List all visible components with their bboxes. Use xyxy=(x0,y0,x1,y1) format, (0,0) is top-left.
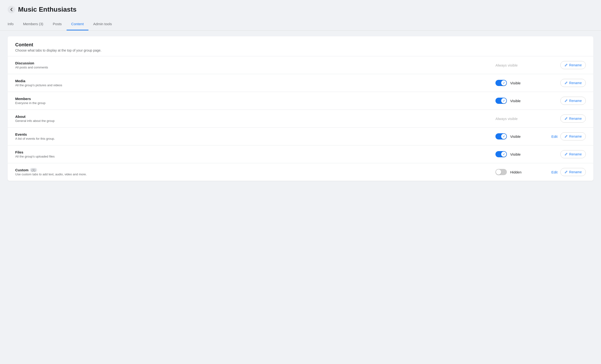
row-media-subtitle: All the group's pictures and videos xyxy=(15,83,495,87)
files-visible-label: Visible xyxy=(510,152,521,156)
tab-members[interactable]: Members (3) xyxy=(18,18,48,30)
row-discussion-title: Discussion xyxy=(15,61,495,65)
always-visible-label: Always visible xyxy=(495,63,518,67)
media-rename-button[interactable]: Rename xyxy=(560,79,586,87)
custom-rename-button[interactable]: Rename xyxy=(560,168,586,176)
events-rename-button[interactable]: Rename xyxy=(560,132,586,140)
row-discussion-info: Discussion All posts and comments xyxy=(15,61,495,69)
row-custom-actions: Edit Rename xyxy=(543,168,586,176)
row-about-subtitle: General info about the group xyxy=(15,119,495,123)
row-members: Members Everyone in the group ✓ Visible … xyxy=(8,92,593,110)
row-members-subtitle: Everyone in the group xyxy=(15,101,495,105)
row-about-status: Always visible xyxy=(495,117,543,121)
row-events-info: Events A list of events for this group. xyxy=(15,132,495,140)
media-visible-label: Visible xyxy=(510,81,521,85)
row-events: Events A list of events for this group. … xyxy=(8,128,593,145)
row-events-title: Events xyxy=(15,132,495,136)
tab-content[interactable]: Content xyxy=(67,18,89,30)
members-visible-label: Visible xyxy=(510,99,521,103)
tabs-bar: Info Members (3) Posts Content Admin too… xyxy=(0,18,601,31)
row-members-status: ✓ Visible xyxy=(495,98,543,104)
files-toggle[interactable]: ✓ xyxy=(495,151,507,157)
row-members-actions: Rename xyxy=(543,97,586,105)
custom-edit-button[interactable]: Edit xyxy=(551,170,558,174)
row-members-title: Members xyxy=(15,97,495,101)
custom-toggle-knob xyxy=(496,169,501,175)
row-custom-title: Custom (1) xyxy=(15,168,495,172)
custom-badge: (1) xyxy=(30,168,37,172)
events-edit-button[interactable]: Edit xyxy=(551,135,558,138)
page-title: Music Enthusiasts xyxy=(18,6,77,13)
row-media-info: Media All the group's pictures and video… xyxy=(15,79,495,87)
events-visible-label: Visible xyxy=(510,135,521,138)
card-subtitle: Choose what tabs to display at the top o… xyxy=(15,49,586,52)
back-button[interactable] xyxy=(8,6,15,13)
custom-hidden-label: Hidden xyxy=(510,170,521,174)
row-files-title: Files xyxy=(15,150,495,154)
row-discussion-subtitle: All posts and comments xyxy=(15,66,495,69)
row-discussion-status: Always visible xyxy=(495,63,543,67)
row-files: Files All the group's uploaded files ✓ V… xyxy=(8,145,593,163)
row-files-actions: Rename xyxy=(543,150,586,158)
row-discussion-actions: Rename xyxy=(543,61,586,69)
card-title: Content xyxy=(15,42,586,48)
row-about-actions: Rename xyxy=(543,115,586,123)
row-custom-status: Hidden xyxy=(495,169,543,175)
members-rename-button[interactable]: Rename xyxy=(560,97,586,105)
about-rename-button[interactable]: Rename xyxy=(560,115,586,123)
row-files-info: Files All the group's uploaded files xyxy=(15,150,495,158)
tab-admin-tools[interactable]: Admin tools xyxy=(89,18,117,30)
row-about-title: About xyxy=(15,115,495,118)
discussion-rename-button[interactable]: Rename xyxy=(560,61,586,69)
media-toggle-knob: ✓ xyxy=(501,80,506,86)
row-media-status: ✓ Visible xyxy=(495,80,543,86)
row-events-subtitle: A list of events for this group. xyxy=(15,137,495,140)
content-card: Content Choose what tabs to display at t… xyxy=(8,36,593,181)
row-about: About General info about the group Alway… xyxy=(8,110,593,128)
events-toggle-knob: ✓ xyxy=(501,134,506,139)
row-events-actions: Edit Rename xyxy=(543,132,586,140)
row-discussion: Discussion All posts and comments Always… xyxy=(8,56,593,74)
row-custom-subtitle: Use custom tabs to add text, audio, vide… xyxy=(15,173,495,176)
row-custom: Custom (1) Use custom tabs to add text, … xyxy=(8,163,593,181)
card-header: Content Choose what tabs to display at t… xyxy=(8,36,593,56)
media-toggle[interactable]: ✓ xyxy=(495,80,507,86)
row-about-info: About General info about the group xyxy=(15,115,495,123)
tab-posts[interactable]: Posts xyxy=(48,18,67,30)
row-files-status: ✓ Visible xyxy=(495,151,543,157)
row-media-actions: Rename xyxy=(543,79,586,87)
row-files-subtitle: All the group's uploaded files xyxy=(15,155,495,158)
row-members-info: Members Everyone in the group xyxy=(15,97,495,105)
row-custom-info: Custom (1) Use custom tabs to add text, … xyxy=(15,168,495,176)
files-toggle-knob: ✓ xyxy=(501,152,506,157)
row-media-title: Media xyxy=(15,79,495,83)
custom-toggle[interactable] xyxy=(495,169,507,175)
about-always-visible-label: Always visible xyxy=(495,117,518,121)
tab-info[interactable]: Info xyxy=(8,18,18,30)
row-events-status: ✓ Visible xyxy=(495,133,543,139)
events-toggle[interactable]: ✓ xyxy=(495,133,507,139)
files-rename-button[interactable]: Rename xyxy=(560,150,586,158)
members-toggle[interactable]: ✓ xyxy=(495,98,507,104)
members-toggle-knob: ✓ xyxy=(501,98,506,103)
row-media: Media All the group's pictures and video… xyxy=(8,74,593,92)
